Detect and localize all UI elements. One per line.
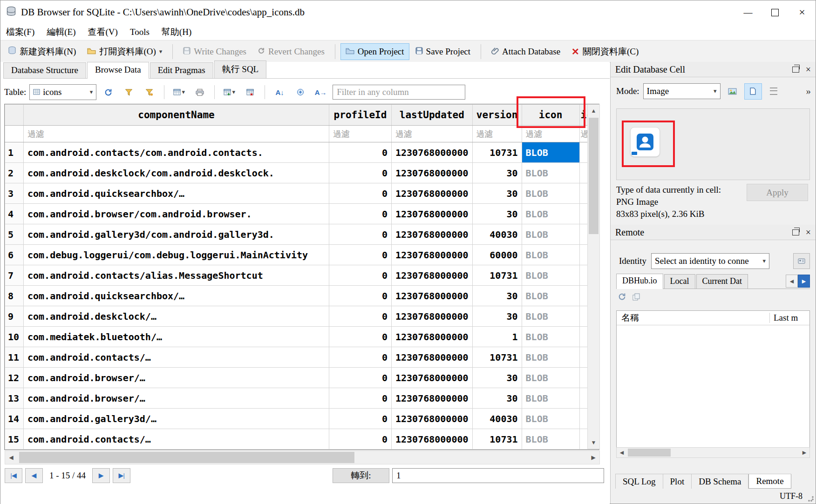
row-number[interactable]: 14: [5, 409, 24, 429]
cell-componentname[interactable]: com.android.gallery3d/com.android.galler…: [24, 224, 329, 245]
cell-icon-blob[interactable]: BLOB: [522, 204, 579, 224]
cell-lastupdated[interactable]: 1230768000000: [392, 245, 473, 265]
table-row[interactable]: 11 com.android.contacts/… 0 123076800000…: [5, 347, 599, 368]
cell-profileid[interactable]: 0: [329, 204, 392, 224]
cell-componentname[interactable]: com.android.contacts/…: [24, 429, 329, 450]
table-row[interactable]: 8 com.android.quicksearchbox/… 0 1230768…: [5, 286, 599, 306]
cell-profileid[interactable]: 0: [329, 327, 392, 347]
import-image-button[interactable]: [724, 84, 741, 99]
table-row[interactable]: 4 com.android.browser/com.android.browse…: [5, 204, 599, 224]
cell-profileid[interactable]: 0: [329, 286, 392, 306]
filter-cell-version[interactable]: 過濾: [472, 126, 522, 142]
save-view-button[interactable]: ▾: [170, 85, 188, 100]
cell-version[interactable]: 30: [472, 368, 522, 388]
remote-column-lastmodified[interactable]: Last m: [769, 313, 809, 323]
table-row[interactable]: 13 com.android.browser/… 0 1230768000000…: [5, 388, 599, 409]
scroll-down-icon[interactable]: ▼: [588, 437, 599, 449]
row-number[interactable]: 6: [5, 245, 24, 265]
dock-tab-remote[interactable]: Remote: [748, 474, 791, 489]
cell-componentname[interactable]: com.android.browser/…: [24, 388, 329, 409]
remote-horizontal-scrollbar[interactable]: ◀ ▶: [616, 447, 810, 458]
table-row[interactable]: 12 com.android.browser/… 0 1230768000000…: [5, 368, 599, 388]
cell-icon-blob[interactable]: BLOB: [522, 409, 579, 429]
remote-tab-dbhub[interactable]: DBHub.io: [616, 274, 663, 289]
cell-icon-blob[interactable]: BLOB: [522, 163, 579, 183]
row-number[interactable]: 10: [5, 327, 24, 347]
row-number[interactable]: 12: [5, 368, 24, 388]
tab-execute-sql[interactable]: 執行 SQL: [214, 60, 267, 78]
attach-database-button[interactable]: Attach Database: [487, 44, 565, 60]
cell-lastupdated[interactable]: 1230768000000: [392, 347, 473, 368]
column-header-componentname[interactable]: componentName: [24, 105, 329, 126]
sort-asc-button[interactable]: A↓: [271, 85, 288, 100]
cell-lastupdated[interactable]: 1230768000000: [392, 368, 473, 388]
filter-cell-icon[interactable]: 過濾: [522, 126, 579, 142]
cell-profileid[interactable]: 0: [329, 183, 392, 204]
cell-lastupdated[interactable]: 1230768000000: [392, 286, 473, 306]
cell-version[interactable]: 10731: [472, 429, 522, 450]
scroll-right-icon[interactable]: ▶: [799, 450, 809, 456]
cell-version[interactable]: 30: [472, 204, 522, 224]
row-number[interactable]: 1: [5, 142, 24, 163]
text-view-button[interactable]: [745, 84, 762, 99]
cell-profileid[interactable]: 0: [329, 142, 392, 163]
cell-icon-blob[interactable]: BLOB: [522, 306, 579, 327]
cell-icon-blob[interactable]: BLOB: [522, 347, 579, 368]
remote-column-name[interactable]: 名稱: [617, 312, 769, 324]
tab-database-structure[interactable]: Database Structure: [3, 62, 86, 78]
cell-version[interactable]: 10731: [472, 265, 522, 286]
maximize-button[interactable]: [762, 0, 789, 24]
table-row[interactable]: 2 com.android.deskclock/com.android.desk…: [5, 163, 599, 183]
print-button[interactable]: [191, 85, 208, 100]
cell-version[interactable]: 60000: [472, 245, 522, 265]
remote-clone-button[interactable]: [632, 293, 640, 303]
horizontal-scroll-thumb[interactable]: [19, 452, 354, 463]
cell-version[interactable]: 30: [472, 306, 522, 327]
cell-version[interactable]: 10731: [472, 142, 522, 163]
dock-tab-sql-log[interactable]: SQL Log: [615, 474, 663, 489]
row-number[interactable]: 11: [5, 347, 24, 368]
remote-tab-local[interactable]: Local: [664, 274, 695, 289]
word-wrap-icon[interactable]: [765, 84, 782, 99]
column-header-version[interactable]: version: [472, 105, 522, 126]
row-number[interactable]: 9: [5, 306, 24, 327]
cell-componentname[interactable]: com.mediatek.bluetooth/…: [24, 327, 329, 347]
dock-tab-db-schema[interactable]: DB Schema: [692, 474, 748, 489]
overflow-chevrons-icon[interactable]: »: [806, 86, 811, 97]
new-record-button[interactable]: ▾: [221, 85, 238, 100]
column-header-icon[interactable]: icon: [522, 105, 579, 126]
cell-profileid[interactable]: 0: [329, 368, 392, 388]
table-row[interactable]: 10 com.mediatek.bluetooth/… 0 1230768000…: [5, 327, 599, 347]
close-panel-icon[interactable]: ×: [806, 65, 811, 74]
cell-version[interactable]: 30: [472, 286, 522, 306]
filter-input[interactable]: [333, 85, 465, 100]
open-project-button[interactable]: Open Project: [341, 44, 409, 60]
cell-componentname[interactable]: com.debug.loggerui/com.debug.loggerui.Ma…: [24, 245, 329, 265]
cell-lastupdated[interactable]: 1230768000000: [392, 327, 473, 347]
tab-browse-data[interactable]: Browse Data: [87, 62, 149, 79]
cell-icon-blob[interactable]: BLOB: [522, 265, 579, 286]
cell-profileid[interactable]: 0: [329, 224, 392, 245]
resize-grip[interactable]: [808, 496, 814, 502]
table-horizontal-scrollbar[interactable]: ◀ ▶: [5, 450, 600, 464]
filter-cell-componentname[interactable]: 過濾: [24, 126, 329, 142]
goto-input[interactable]: [392, 468, 604, 483]
dock-tab-plot[interactable]: Plot: [663, 474, 692, 489]
cell-icon-blob[interactable]: BLOB: [522, 224, 579, 245]
row-number[interactable]: 3: [5, 183, 24, 204]
refresh-button[interactable]: [100, 85, 117, 100]
row-number[interactable]: 13: [5, 388, 24, 409]
cell-componentname[interactable]: com.android.deskclock/com.android.deskcl…: [24, 163, 329, 183]
first-record-button[interactable]: |◀: [5, 468, 22, 483]
cell-componentname[interactable]: com.android.browser/com.android.browser.: [24, 204, 329, 224]
mode-select[interactable]: Image ▾: [643, 83, 721, 99]
filter-cell-lastupdated[interactable]: 過濾: [392, 126, 473, 142]
table-row[interactable]: 3 com.android.quicksearchbox/… 0 1230768…: [5, 183, 599, 204]
cell-lastupdated[interactable]: 1230768000000: [392, 163, 473, 183]
cell-icon-blob[interactable]: BLOB: [522, 368, 579, 388]
next-record-button[interactable]: ▶: [92, 468, 110, 483]
identity-settings-button[interactable]: [793, 253, 810, 269]
cell-icon-blob[interactable]: BLOB: [522, 245, 579, 265]
cell-lastupdated[interactable]: 1230768000000: [392, 429, 473, 450]
cell-componentname[interactable]: com.android.contacts/…: [24, 347, 329, 368]
